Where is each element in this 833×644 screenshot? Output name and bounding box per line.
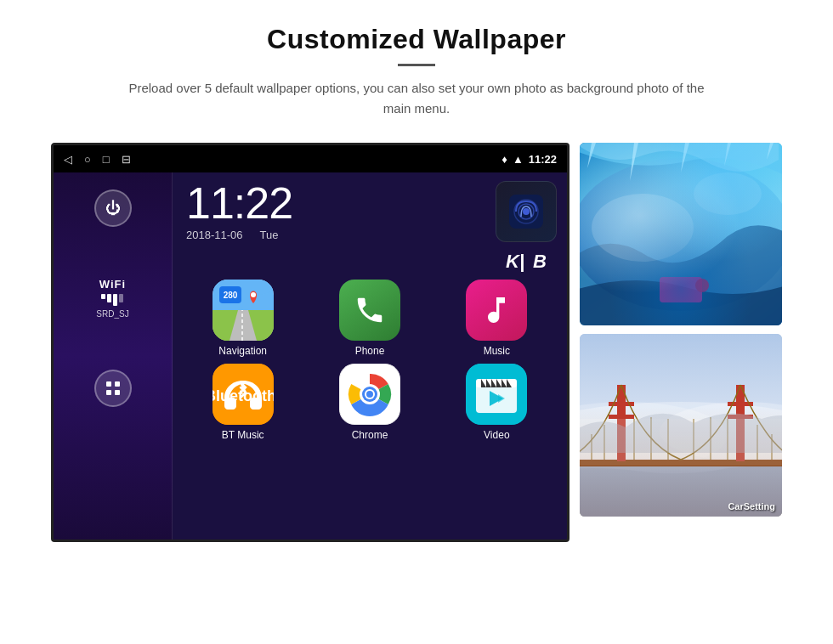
svg-rect-39 (580, 460, 782, 466)
video-app-icon[interactable] (466, 364, 527, 425)
navigation-label: Navigation (218, 345, 267, 357)
status-time: 11:22 (529, 153, 557, 166)
app-item-phone[interactable]: Phone (309, 280, 429, 357)
svg-rect-45 (728, 415, 753, 419)
ki-b-icons: K| B (506, 251, 547, 273)
chrome-app-icon[interactable] (339, 364, 400, 425)
wifi-bar-4 (119, 294, 123, 302)
svg-rect-0 (106, 381, 111, 387)
svg-point-36 (580, 402, 728, 470)
recents-nav-icon[interactable]: □ (103, 153, 110, 166)
svg-rect-1 (115, 381, 120, 387)
app-item-chrome[interactable]: Chrome (309, 364, 429, 441)
svg-point-29 (580, 158, 782, 311)
phone-app-icon[interactable] (339, 280, 400, 341)
btmusic-label: BT Music (222, 429, 264, 441)
page-title: Customized Wallpaper (17, 24, 816, 55)
back-nav-icon[interactable]: ◁ (64, 153, 72, 166)
video-label: Video (484, 429, 509, 441)
title-divider (398, 64, 435, 66)
b-icon: B (533, 251, 547, 273)
app-item-music[interactable]: Music (437, 280, 557, 357)
page-description: Preload over 5 default wallpaper options… (119, 78, 714, 119)
wifi-bar-3 (113, 294, 117, 306)
main-screen-area: 11:22 2018-11-06 Tue (173, 172, 567, 539)
svg-rect-28 (580, 143, 782, 325)
app-grid: 280 Navigation (173, 273, 567, 448)
app-item-navigation[interactable]: 280 Navigation (183, 280, 303, 357)
chrome-label: Chrome (352, 429, 388, 441)
radio-icon[interactable] (496, 181, 557, 242)
day-value: Tue (260, 229, 279, 241)
carsetting-label: CarSetting (728, 501, 775, 511)
phone-label: Phone (355, 345, 385, 357)
nav-icons: ◁ ○ □ ⊟ (64, 153, 131, 166)
svg-rect-56 (580, 419, 782, 466)
status-indicators: ♦ ▲ 11:22 (502, 153, 557, 166)
left-sidebar: ⏻ WiFi SRD_SJ (54, 172, 173, 539)
clock-area: 11:22 2018-11-06 Tue (173, 172, 496, 246)
wifi-ssid: SRD_SJ (96, 309, 128, 319)
wifi-bar-2 (107, 294, 111, 302)
status-bar: ◁ ○ □ ⊟ ♦ ▲ 11:22 (54, 145, 567, 172)
svg-text:280: 280 (223, 291, 237, 300)
wallpaper-panel: CarSetting (580, 143, 782, 517)
svg-point-37 (660, 402, 782, 461)
navigation-app-icon[interactable]: 280 (212, 280, 274, 341)
clock-time: 11:22 (186, 181, 482, 225)
screenshot-nav-icon[interactable]: ⊟ (122, 153, 131, 166)
location-icon: ♦ (502, 153, 507, 166)
btmusic-app-icon[interactable]: Bluetooth; (212, 364, 274, 425)
wifi-status-icon: ▲ (513, 153, 524, 166)
svg-rect-34 (580, 334, 782, 517)
music-app-icon[interactable] (466, 280, 527, 341)
home-nav-icon[interactable]: ○ (84, 153, 91, 166)
svg-point-15 (251, 292, 256, 297)
apps-grid-button[interactable] (94, 370, 132, 407)
wifi-section[interactable]: WiFi SRD_SJ (96, 278, 128, 319)
music-label: Music (484, 345, 510, 357)
app-item-video[interactable]: Video (437, 364, 557, 441)
wifi-bar-1 (101, 294, 105, 299)
page-header: Customized Wallpaper Preload over 5 defa… (0, 0, 833, 134)
svg-rect-2 (106, 390, 111, 395)
svg-point-35 (580, 402, 782, 487)
clock-widget: 11:22 2018-11-06 Tue (173, 172, 496, 246)
svg-point-33 (695, 279, 709, 292)
ki-icon: K| (506, 251, 524, 273)
svg-rect-40 (617, 385, 626, 461)
svg-rect-3 (115, 390, 120, 395)
wifi-signal-bars (96, 294, 128, 306)
svg-rect-43 (736, 385, 745, 461)
power-button[interactable]: ⏻ (94, 189, 132, 227)
svg-point-31 (694, 172, 762, 215)
wallpaper-thumbnail-bridge[interactable]: CarSetting (580, 334, 782, 517)
clock-date: 2018-11-06 Tue (186, 229, 482, 241)
svg-point-30 (592, 194, 694, 262)
top-row: 11:22 2018-11-06 Tue (173, 172, 567, 273)
wallpaper-thumbnail-ice[interactable] (580, 143, 782, 325)
svg-point-22 (366, 391, 373, 398)
top-right-widget-area: K| B (496, 172, 557, 273)
screen-body: ⏻ WiFi SRD_SJ (54, 172, 567, 539)
main-content: ◁ ○ □ ⊟ ♦ ▲ 11:22 ⏻ WiFi (0, 134, 833, 542)
date-value: 2018-11-06 (186, 229, 243, 241)
svg-point-7 (523, 208, 530, 215)
wifi-label: WiFi (96, 278, 128, 291)
svg-rect-42 (609, 415, 634, 419)
app-item-btmusic[interactable]: Bluetooth; BT Music (183, 364, 303, 441)
android-screen: ◁ ○ □ ⊟ ♦ ▲ 11:22 ⏻ WiFi (51, 143, 570, 542)
svg-rect-32 (660, 277, 702, 302)
